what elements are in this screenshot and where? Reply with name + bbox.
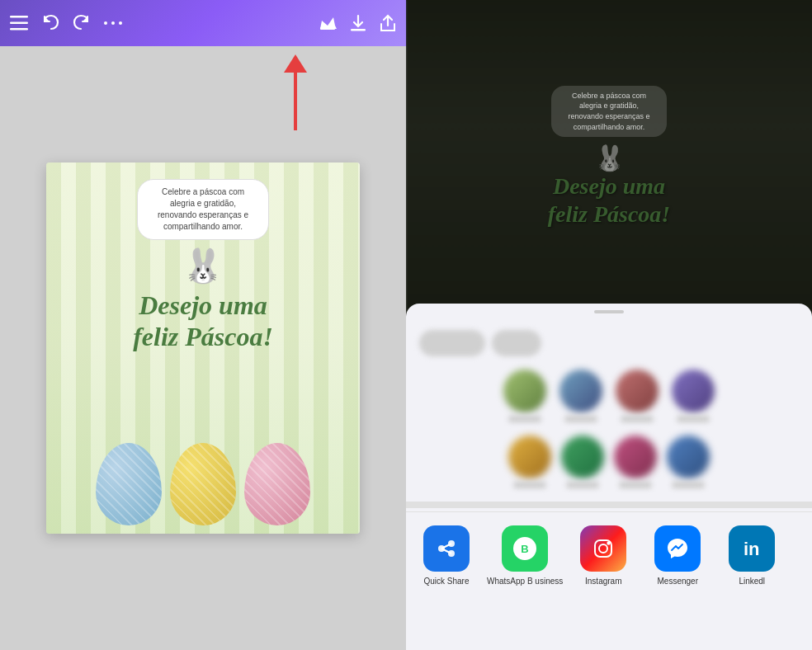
svg-point-5 bbox=[119, 21, 122, 25]
svg-text:in: in bbox=[744, 539, 760, 559]
bunny-ears-icon: 🐰 bbox=[182, 247, 224, 285]
linkedin-label: Linkedl bbox=[739, 577, 765, 586]
recent-avatar-2 bbox=[561, 436, 604, 478]
contact-avatar-4 bbox=[672, 370, 715, 412]
contact-name-4 bbox=[677, 416, 710, 422]
recent-avatar-1 bbox=[508, 436, 551, 478]
contact-item-4[interactable] bbox=[672, 370, 715, 422]
card-content: Celebre a páscoa com alegria e gratidão,… bbox=[46, 162, 360, 353]
app-item-quickshare[interactable]: Quick Share bbox=[409, 519, 484, 593]
blurred-bubble: Celebre a páscoa com alegria e gratidão,… bbox=[551, 86, 667, 137]
contact-item-2[interactable] bbox=[559, 370, 602, 422]
svg-rect-2 bbox=[10, 28, 28, 31]
canvas-area: Celebre a páscoa com alegria e gratidão,… bbox=[0, 46, 406, 650]
recent-item-3[interactable] bbox=[614, 436, 657, 488]
recent-name-1 bbox=[513, 482, 546, 488]
more-icon[interactable] bbox=[104, 21, 122, 26]
share-sheet: Quick Share B WhatsApp B usiness bbox=[406, 304, 812, 650]
share-icon[interactable] bbox=[380, 14, 396, 32]
download-icon[interactable] bbox=[350, 14, 366, 32]
quickshare-label: Quick Share bbox=[423, 577, 469, 586]
contact-avatar-3 bbox=[616, 370, 659, 412]
recent-name-4 bbox=[672, 482, 705, 488]
egg-pink bbox=[244, 443, 310, 525]
phone-top: Celebre a páscoa com alegria e gratidão,… bbox=[406, 0, 812, 313]
recent-item-2[interactable] bbox=[561, 436, 604, 488]
menu-icon[interactable] bbox=[10, 16, 28, 31]
egg-pattern bbox=[96, 443, 162, 525]
blurred-contact-pill-2 bbox=[492, 330, 541, 356]
contacts-row bbox=[419, 370, 799, 422]
recent-name-2 bbox=[566, 482, 599, 488]
contact-avatar-2 bbox=[559, 370, 602, 412]
svg-rect-1 bbox=[10, 22, 28, 25]
apps-row: Quick Share B WhatsApp B usiness bbox=[406, 511, 812, 600]
contact-name-2 bbox=[564, 416, 597, 422]
share-sheet-handle bbox=[594, 310, 624, 313]
red-arrow-indicator bbox=[284, 54, 307, 130]
recent-avatar-4 bbox=[667, 436, 710, 478]
recent-item-4[interactable] bbox=[667, 436, 710, 488]
contact-item-3[interactable] bbox=[616, 370, 659, 422]
blurred-card: Celebre a páscoa com alegria e gratidão,… bbox=[485, 86, 733, 228]
top-contacts-row bbox=[406, 323, 812, 363]
recent-messages-row bbox=[406, 436, 812, 488]
linkedin-icon: in bbox=[729, 525, 775, 572]
instagram-icon bbox=[580, 525, 626, 572]
instagram-label: Instagram bbox=[585, 577, 621, 586]
undo-icon[interactable] bbox=[41, 14, 59, 32]
app-item-instagram[interactable]: Instagram bbox=[566, 519, 640, 593]
svg-marker-6 bbox=[320, 17, 337, 29]
svg-point-3 bbox=[104, 21, 107, 25]
svg-point-4 bbox=[111, 21, 115, 25]
easter-card: Celebre a páscoa com alegria e gratidão,… bbox=[46, 162, 360, 534]
egg-blue bbox=[96, 443, 162, 525]
svg-rect-7 bbox=[320, 27, 335, 30]
whatsapp-label: WhatsApp B usiness bbox=[487, 577, 563, 586]
crown-icon[interactable] bbox=[319, 16, 337, 31]
messenger-label: Messenger bbox=[658, 577, 698, 586]
blurred-contact-pill-1 bbox=[419, 330, 485, 356]
messenger-icon bbox=[654, 525, 701, 572]
contact-name-3 bbox=[621, 416, 654, 422]
svg-rect-0 bbox=[10, 16, 28, 18]
phone-preview: Celebre a páscoa com alegria e gratidão,… bbox=[406, 0, 812, 650]
svg-rect-8 bbox=[351, 29, 366, 31]
contact-item[interactable] bbox=[503, 370, 546, 422]
speech-bubble: Celebre a páscoa com alegria e gratidão,… bbox=[137, 179, 269, 240]
app-item-linkedin[interactable]: in Linkedl bbox=[715, 519, 789, 593]
toolbar bbox=[0, 0, 406, 46]
svg-point-18 bbox=[608, 542, 610, 544]
contact-avatar-1 bbox=[503, 370, 546, 412]
egg-pattern-2 bbox=[170, 443, 236, 525]
recent-contacts-section bbox=[406, 363, 812, 429]
app-item-messenger[interactable]: Messenger bbox=[640, 519, 715, 593]
share-divider bbox=[406, 502, 812, 508]
left-panel: Celebre a páscoa com alegria e gratidão,… bbox=[0, 0, 406, 650]
blurred-ears-icon: 🐰 bbox=[594, 144, 625, 172]
recent-name-3 bbox=[619, 482, 652, 488]
right-panel: Celebre a páscoa com alegria e gratidão,… bbox=[406, 0, 812, 650]
egg-pattern-3 bbox=[244, 443, 310, 525]
blurred-title: Desejo uma feliz Páscoa! bbox=[548, 172, 671, 228]
eggs-area bbox=[46, 443, 360, 534]
contact-name-1 bbox=[508, 416, 541, 422]
whatsapp-icon: B bbox=[502, 525, 548, 572]
recent-avatar-3 bbox=[614, 436, 657, 478]
quickshare-icon bbox=[423, 525, 470, 572]
svg-text:B: B bbox=[521, 543, 528, 555]
card-title: Desejo uma feliz Páscoa! bbox=[116, 290, 290, 353]
egg-yellow bbox=[170, 443, 236, 525]
redo-icon[interactable] bbox=[73, 14, 91, 32]
recent-item-1[interactable] bbox=[508, 436, 551, 488]
svg-point-17 bbox=[599, 544, 607, 553]
app-item-whatsapp[interactable]: B WhatsApp B usiness bbox=[484, 519, 566, 593]
